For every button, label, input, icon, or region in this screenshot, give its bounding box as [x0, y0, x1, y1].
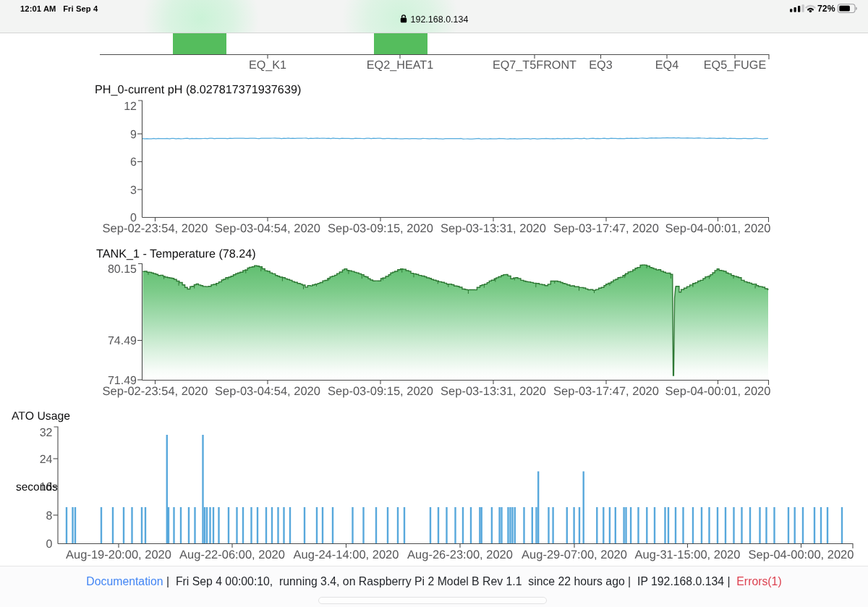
- svg-text:Sep-03-09:15, 2020: Sep-03-09:15, 2020: [328, 385, 433, 398]
- svg-text:EQ2_HEAT1: EQ2_HEAT1: [367, 59, 433, 72]
- svg-text:Sep-02-23:54, 2020: Sep-02-23:54, 2020: [103, 385, 208, 398]
- svg-text:Sep-03-13:31, 2020: Sep-03-13:31, 2020: [441, 385, 546, 398]
- svg-text:EQ7_T5FRONT: EQ7_T5FRONT: [493, 59, 576, 72]
- svg-text:PH_0-current pH (8.02781737193: PH_0-current pH (8.027817371937639): [95, 83, 301, 96]
- svg-text:0: 0: [46, 538, 53, 551]
- svg-text:8: 8: [46, 510, 53, 522]
- svg-text:Sep-03-09:15, 2020: Sep-03-09:15, 2020: [328, 222, 433, 235]
- svg-text:32: 32: [40, 427, 53, 439]
- svg-text:Aug-22-06:00, 2020: Aug-22-06:00, 2020: [179, 548, 285, 561]
- svg-text:9: 9: [130, 129, 137, 141]
- svg-text:seconds: seconds: [16, 481, 58, 493]
- svg-text:EQ_K1: EQ_K1: [249, 59, 286, 72]
- svg-text:Aug-29-07:00, 2020: Aug-29-07:00, 2020: [522, 548, 627, 561]
- svg-text:Sep-03-13:31, 2020: Sep-03-13:31, 2020: [441, 222, 546, 235]
- svg-text:EQ3: EQ3: [589, 59, 612, 72]
- svg-text:Sep-04-00:00, 2020: Sep-04-00:00, 2020: [749, 548, 854, 561]
- svg-text:Sep-03-04:54, 2020: Sep-03-04:54, 2020: [215, 222, 320, 235]
- svg-text:TANK_1 - Temperature (78.24): TANK_1 - Temperature (78.24): [96, 247, 256, 260]
- svg-text:EQ5_FUGE: EQ5_FUGE: [704, 59, 767, 72]
- svg-text:Sep-04-00:01, 2020: Sep-04-00:01, 2020: [665, 385, 771, 398]
- svg-text:EQ4: EQ4: [655, 59, 678, 72]
- svg-text:ATO Usage: ATO Usage: [12, 410, 70, 423]
- svg-text:Aug-24-14:00, 2020: Aug-24-14:00, 2020: [294, 548, 399, 561]
- svg-text:3: 3: [130, 184, 137, 197]
- svg-text:Sep-03-04:54, 2020: Sep-03-04:54, 2020: [215, 385, 320, 398]
- svg-text:Aug-31-15:00, 2020: Aug-31-15:00, 2020: [635, 548, 741, 561]
- svg-text:12: 12: [124, 101, 137, 113]
- svg-text:Sep-03-17:47, 2020: Sep-03-17:47, 2020: [553, 385, 659, 398]
- svg-text:Sep-03-17:47, 2020: Sep-03-17:47, 2020: [553, 222, 659, 235]
- svg-text:80.15: 80.15: [108, 263, 137, 276]
- svg-text:Aug-19-20:00, 2020: Aug-19-20:00, 2020: [66, 548, 171, 561]
- svg-text:Sep-04-00:01, 2020: Sep-04-00:01, 2020: [665, 222, 771, 235]
- svg-text:24: 24: [40, 454, 53, 466]
- svg-text:74.49: 74.49: [108, 335, 137, 347]
- svg-text:Aug-26-23:00, 2020: Aug-26-23:00, 2020: [407, 548, 513, 561]
- svg-text:Sep-02-23:54, 2020: Sep-02-23:54, 2020: [103, 222, 208, 235]
- svg-text:6: 6: [130, 156, 137, 169]
